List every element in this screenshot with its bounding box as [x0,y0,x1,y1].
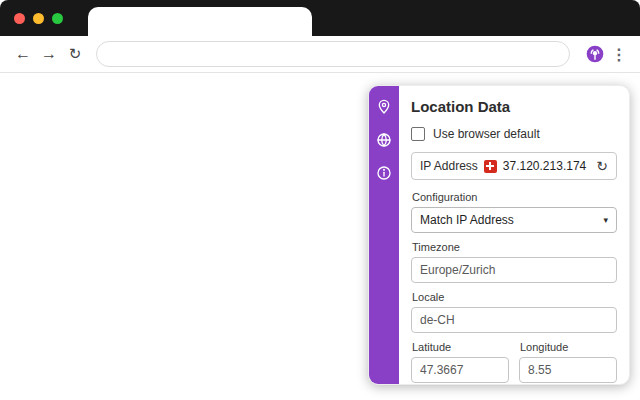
ip-address-box: IP Address 37.120.213.174 ↻ [411,152,617,180]
longitude-column: Longitude [519,341,617,385]
vytal-location-extension-icon [585,44,605,64]
use-browser-default-row: Use browser default [411,127,617,141]
close-window-button[interactable] [14,13,25,24]
browser-tab[interactable] [88,7,312,36]
sidebar-tab-globe[interactable] [373,129,395,151]
forward-button[interactable]: → [36,41,62,67]
info-icon [376,165,392,181]
location-pin-icon [376,99,392,115]
lat-long-row: Latitude Longitude [411,341,617,385]
browser-menu-button[interactable]: ⋮ [608,41,630,67]
reload-button[interactable]: ↻ [62,41,88,67]
use-browser-default-checkbox[interactable] [411,127,425,141]
maximize-window-button[interactable] [52,13,63,24]
sidebar-tab-location[interactable] [373,96,395,118]
swiss-flag-icon [484,160,497,173]
ip-address-value: 37.120.213.174 [503,159,590,173]
back-icon: ← [15,45,31,63]
popup-sidebar [369,86,399,384]
use-browser-default-label: Use browser default [433,127,540,141]
configuration-selected-value: Match IP Address [420,213,514,227]
reload-icon: ↻ [69,45,82,63]
titlebar [0,0,640,36]
longitude-label: Longitude [520,341,617,353]
popup-title: Location Data [411,98,617,115]
latitude-label: Latitude [412,341,509,353]
back-button[interactable]: ← [10,41,36,67]
extension-button[interactable] [582,41,608,67]
sidebar-tab-info[interactable] [373,162,395,184]
latitude-column: Latitude [411,341,509,385]
chevron-down-icon: ▾ [603,215,608,225]
traffic-lights [14,13,63,24]
popup-content: Location Data Use browser default IP Add… [399,86,629,384]
locale-input[interactable] [411,307,617,333]
configuration-select[interactable]: Match IP Address ▾ [411,207,617,233]
extension-popup: Location Data Use browser default IP Add… [368,85,630,385]
configuration-label: Configuration [412,191,617,203]
refresh-ip-button[interactable]: ↻ [596,159,608,173]
timezone-input[interactable] [411,257,617,283]
kebab-menu-icon: ⋮ [611,46,627,63]
longitude-input[interactable] [519,357,617,383]
ip-address-label: IP Address [420,159,478,173]
globe-icon [376,132,392,148]
refresh-icon: ↻ [596,158,608,174]
browser-toolbar: ← → ↻ ⋮ [0,36,640,73]
latitude-input[interactable] [411,357,509,383]
address-bar[interactable] [96,41,570,67]
minimize-window-button[interactable] [33,13,44,24]
locale-label: Locale [412,291,617,303]
forward-icon: → [41,45,57,63]
timezone-label: Timezone [412,241,617,253]
